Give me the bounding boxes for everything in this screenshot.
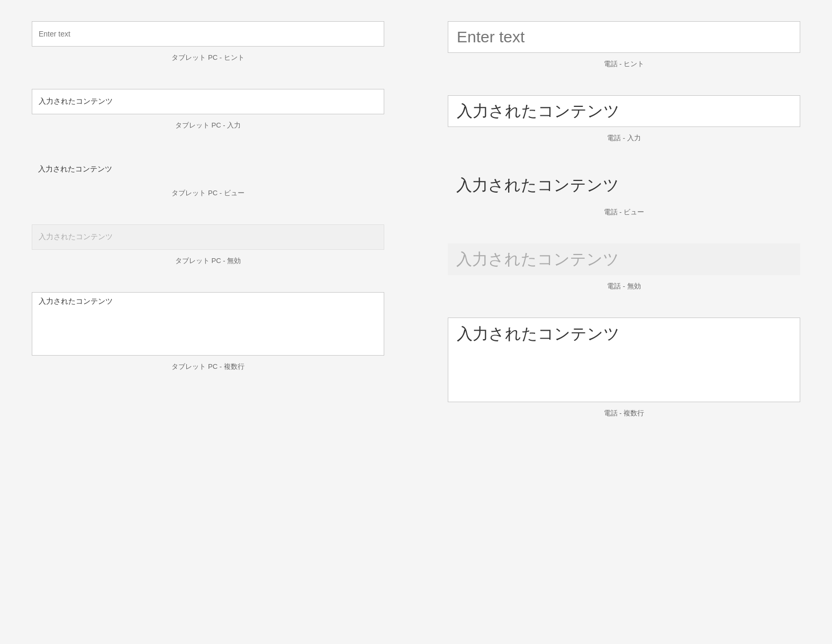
phone-view-group: 入力されたコンテンツ 電話 - ビュー — [448, 169, 800, 217]
tablet-active-input[interactable] — [32, 89, 384, 114]
phone-multiline-label: 電話 - 複数行 — [604, 409, 645, 418]
tablet-input-group: タブレット PC - 入力 — [32, 89, 384, 130]
tablet-input-label: タブレット PC - 入力 — [175, 121, 241, 130]
phone-hint-group: 電話 - ヒント — [448, 21, 800, 69]
tablet-hint-input[interactable] — [32, 21, 384, 47]
phone-disabled-group: 入力されたコンテンツ 電話 - 無効 — [448, 243, 800, 291]
tablet-view-group: 入力されたコンテンツ タブレット PC - ビュー — [32, 157, 384, 198]
phone-hint-input[interactable] — [448, 21, 800, 53]
column-phone: 電話 - ヒント 電話 - 入力 入力されたコンテンツ 電話 - ビュー 入力さ… — [416, 21, 832, 445]
phone-view-field: 入力されたコンテンツ — [448, 169, 800, 201]
phone-disabled-label: 電話 - 無効 — [607, 282, 641, 291]
tablet-hint-label: タブレット PC - ヒント — [171, 53, 244, 62]
phone-input-label: 電話 - 入力 — [607, 133, 641, 143]
tablet-view-label: タブレット PC - ビュー — [171, 188, 244, 198]
tablet-view-field: 入力されたコンテンツ — [32, 157, 384, 182]
column-tablet: タブレット PC - ヒント タブレット PC - 入力 入力されたコンテンツ … — [0, 21, 416, 445]
phone-hint-label: 電話 - ヒント — [604, 59, 645, 69]
phone-multiline-group: 電話 - 複数行 — [448, 318, 800, 418]
tablet-disabled-label: タブレット PC - 無効 — [175, 256, 241, 266]
tablet-hint-group: タブレット PC - ヒント — [32, 21, 384, 62]
tablet-disabled-field: 入力されたコンテンツ — [32, 224, 384, 250]
phone-input-group: 電話 - 入力 — [448, 95, 800, 143]
main-container: タブレット PC - ヒント タブレット PC - 入力 入力されたコンテンツ … — [0, 0, 832, 466]
phone-multiline-textarea[interactable] — [448, 318, 800, 402]
tablet-multiline-group: タブレット PC - 複数行 — [32, 292, 384, 371]
tablet-multiline-textarea[interactable] — [32, 292, 384, 356]
tablet-disabled-group: 入力されたコンテンツ タブレット PC - 無効 — [32, 224, 384, 266]
phone-view-label: 電話 - ビュー — [604, 207, 645, 217]
tablet-multiline-label: タブレット PC - 複数行 — [171, 362, 244, 371]
phone-active-input[interactable] — [448, 95, 800, 127]
phone-disabled-field: 入力されたコンテンツ — [448, 243, 800, 275]
